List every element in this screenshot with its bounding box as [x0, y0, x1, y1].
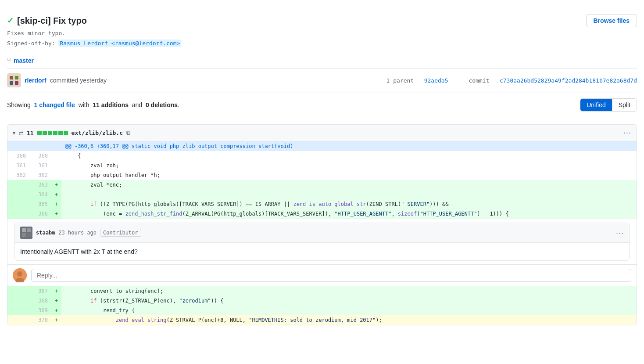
old-line-num: [7, 180, 29, 190]
svg-rect-8: [22, 233, 26, 237]
more-options-button[interactable]: ···: [623, 128, 631, 137]
unified-view-button[interactable]: Unified: [580, 99, 612, 111]
committer-name[interactable]: rlerdorf: [25, 77, 47, 84]
comment-body: Intentionally AGENTT with 2x T at the en…: [15, 243, 629, 260]
parent-hash-link[interactable]: 92aeda5: [424, 77, 448, 84]
bar-block-3: [48, 131, 52, 135]
browse-files-button[interactable]: Browse files: [586, 14, 637, 27]
new-line-num: 363: [29, 180, 51, 190]
diff-summary-row: Showing 1 changed file with 11 additions…: [7, 93, 637, 117]
bar-block-6: [64, 131, 68, 135]
code-col: zend_eval_string(Z_STRVAL_P(enc)+8, NULL…: [61, 315, 637, 325]
split-view-button[interactable]: Split: [612, 99, 637, 111]
changed-file-link[interactable]: 1 changed file: [34, 101, 75, 108]
hunk-old-num: [7, 141, 29, 151]
commit-title-row: ✓ [skip-ci] Fix typo Browse files: [7, 14, 637, 27]
new-line-num: 365: [29, 199, 51, 209]
table-row: 369 + zend_try {: [7, 306, 637, 315]
new-line-num: 361: [29, 161, 51, 170]
committer-left: rlerdorf committed yesterday: [7, 73, 107, 87]
svg-rect-6: [22, 228, 26, 232]
showing-label: Showing: [7, 101, 31, 108]
table-row: 364 +: [7, 190, 637, 199]
sign-col: +: [51, 286, 61, 296]
additions-count-badge: 11: [27, 130, 34, 137]
hunk-header-row: @@ -360,6 +360,17 @@ static void php_zli…: [7, 141, 637, 151]
contributor-badge: Contributor: [100, 229, 141, 237]
file-name[interactable]: ext/zlib/zlib.c: [72, 130, 123, 136]
comment-author[interactable]: staabm: [36, 230, 55, 236]
code-col: zval zoh;: [61, 161, 637, 170]
new-line-num: 362: [29, 170, 51, 180]
old-line-num: [7, 296, 29, 306]
view-toggle: Unified Split: [580, 98, 637, 112]
old-line-num: [7, 190, 29, 199]
file-diff-header-left: ▾ ⇄ 11 ext/zlib/zlib.c ⧉: [13, 130, 130, 137]
committer-right: 1 parent 92aeda5 commit c730aa26bd52829a…: [386, 77, 637, 84]
table-row: 360 360 {: [7, 151, 637, 161]
bar-block-4: [53, 131, 57, 135]
parent-label: 1 parent: [386, 77, 414, 84]
sign-col: +: [51, 199, 61, 209]
sign-col: +: [51, 296, 61, 306]
table-row: 367 + convert_to_string(enc);: [7, 286, 637, 296]
old-line-num: [7, 286, 29, 296]
reply-input[interactable]: [31, 269, 631, 282]
sign-col: +: [51, 306, 61, 315]
code-col: (enc = zend_hash_str_find(Z_ARRVAL(PG(ht…: [61, 209, 637, 219]
old-line-num: [7, 306, 29, 315]
signed-off-label: Signed-off-by:: [7, 40, 55, 47]
table-row: 362 362 php_output_handler *h;: [7, 170, 637, 180]
svg-rect-7: [27, 228, 31, 232]
new-line-num: 366: [29, 209, 51, 219]
sign-col: [51, 161, 61, 170]
comment-avatar: [20, 227, 32, 239]
comment-more-button[interactable]: ···: [616, 228, 624, 238]
sign-col: [51, 170, 61, 180]
branch-name[interactable]: master: [14, 57, 34, 64]
commit-header: ✓ [skip-ci] Fix typo Browse files Fixes …: [7, 7, 637, 52]
diff-icon: ⇄: [19, 130, 23, 136]
code-col: if (strstr(Z_STRVAL_P(enc), "zerodium"))…: [61, 296, 637, 306]
collapse-button[interactable]: ▾: [13, 130, 15, 136]
code-col: [61, 190, 637, 199]
reply-area: [7, 264, 637, 286]
period: .: [178, 101, 179, 108]
svg-rect-3: [10, 81, 13, 85]
bar-block-5: [58, 131, 63, 135]
signed-off-value: Rasmus Lerdorf <rasmus@lerdorf.com>: [58, 40, 181, 47]
copy-icon[interactable]: ⧉: [126, 130, 130, 137]
inline-comment-row: staabm 23 hours ago Contributor ··· Inte…: [7, 219, 637, 286]
hunk-header-text: @@ -360,6 +360,17 @@ static void php_zli…: [61, 141, 637, 151]
bar-block-1: [37, 131, 42, 135]
bar-block-2: [43, 131, 47, 135]
commit-title: ✓ [skip-ci] Fix typo: [7, 16, 87, 26]
file-diff: ▾ ⇄ 11 ext/zlib/zlib.c ⧉ ···: [7, 124, 637, 325]
commit-label: commit: [469, 77, 489, 84]
comment-body-start: Intentionally: [20, 248, 53, 255]
svg-point-11: [17, 271, 22, 277]
table-row: 363 + zval *enc;: [7, 180, 637, 190]
new-line-num: 369: [29, 306, 51, 315]
old-line-num: 362: [7, 170, 29, 180]
table-row: 368 + if (strstr(Z_STRVAL_P(enc), "zerod…: [7, 296, 637, 306]
svg-rect-0: [7, 73, 21, 87]
diff-summary-text: Showing 1 changed file with 11 additions…: [7, 101, 179, 108]
code-col: convert_to_string(enc);: [61, 286, 637, 296]
code-col: {: [61, 151, 637, 161]
avatar: [7, 73, 21, 87]
comment-body-middle: AGENTT with 2x T at the end?: [53, 248, 138, 255]
commit-hash[interactable]: c730aa26bd52829a49f2ad284b181b7e82a68d7d: [500, 77, 637, 84]
file-diff-header: ▾ ⇄ 11 ext/zlib/zlib.c ⧉ ···: [7, 125, 637, 141]
new-line-num: 368: [29, 296, 51, 306]
svg-rect-1: [10, 76, 13, 79]
hunk-new-num: [29, 141, 51, 151]
table-row: 366 + (enc = zend_hash_str_find(Z_ARRVAL…: [7, 209, 637, 219]
svg-rect-9: [27, 233, 31, 237]
code-col: zend_try {: [61, 306, 637, 315]
code-col: php_output_handler *h;: [61, 170, 637, 180]
sign-col: +: [51, 209, 61, 219]
and-label: and: [132, 101, 142, 108]
diff-table: @@ -360,6 +360,17 @@ static void php_zli…: [7, 141, 637, 325]
reply-avatar: [13, 268, 27, 282]
